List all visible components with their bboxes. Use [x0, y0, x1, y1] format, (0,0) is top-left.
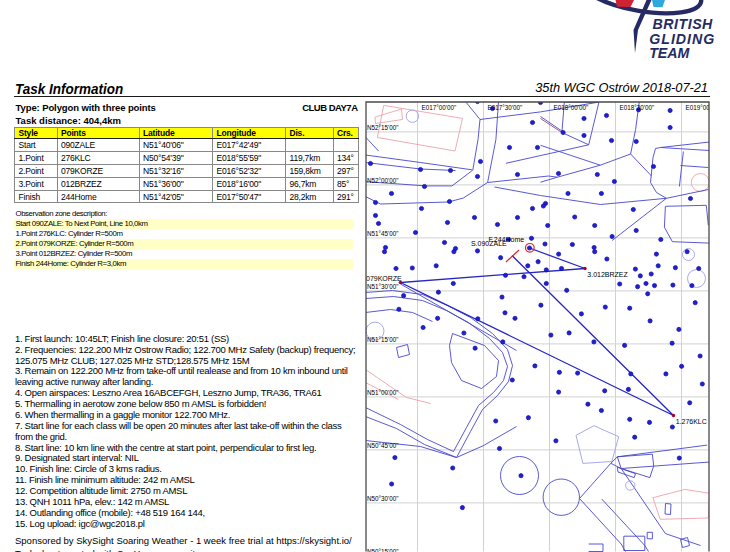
svg-text:1.276KLC: 1.276KLC [676, 418, 707, 425]
svg-text:BRITISH: BRITISH [653, 16, 714, 32]
svg-text:N52°15'00": N52°15'00" [367, 124, 399, 131]
svg-text:N52°00'00": N52°00'00" [367, 177, 399, 184]
svg-text:N51°15'00": N51°15'00" [367, 336, 399, 343]
svg-text:079KORZE: 079KORZE [366, 275, 402, 282]
svg-text:N50°15'00": N50°15'00" [367, 548, 399, 552]
svg-text:N51°45'00": N51°45'00" [367, 230, 399, 237]
svg-text:E017°00'00": E017°00'00" [422, 104, 457, 111]
svg-text:E018°30'00": E018°30'00" [620, 104, 655, 111]
svg-text:N50°45'00": N50°45'00" [367, 442, 399, 449]
svg-text:N51°00'00": N51°00'00" [367, 389, 399, 396]
svg-text:TEAM: TEAM [649, 45, 690, 61]
svg-text:E017°30'00": E017°30'00" [488, 104, 523, 111]
svg-text:N51°30'00": N51°30'00" [367, 283, 399, 290]
svg-text:3.012BRZEZ: 3.012BRZEZ [587, 271, 628, 278]
svg-text:F.244Home: F.244Home [488, 236, 524, 243]
svg-text:E019°00'00": E019°00'00" [686, 104, 711, 111]
svg-text:N50°30'00": N50°30'00" [367, 495, 399, 502]
svg-text:E018°00'00": E018°00'00" [554, 104, 589, 111]
